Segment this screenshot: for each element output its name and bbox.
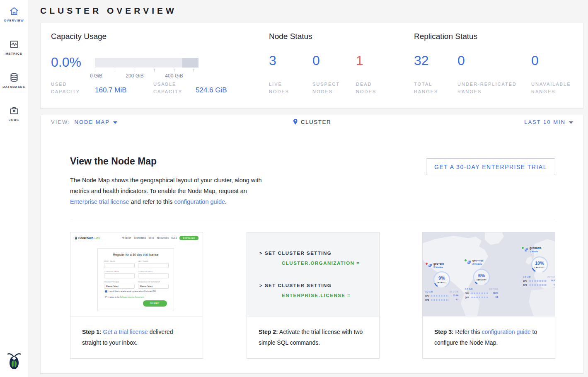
- enterprise-trial-license-link[interactable]: Enterprise trial license: [70, 198, 129, 205]
- sql-setting-line: ENTERPRISE.LICENSE =: [282, 293, 351, 298]
- locality-name: geo=sfo: [433, 262, 444, 265]
- time-range-selector[interactable]: LAST 10 MIN: [524, 119, 573, 125]
- capacity-percent: 6%: [472, 273, 491, 278]
- qps-bar: [471, 297, 489, 298]
- qps-meter: QPS4.7: [425, 299, 458, 302]
- step2-card: > SET CLUSTER SETTING CLUSTER.ORGANIZATI…: [247, 232, 380, 359]
- sql-prompt-line: > SET CLUSTER SETTING: [259, 251, 332, 256]
- registration-page-thumbnail: CockroachLABS PRODUCT CUSTOMERS DOCS RES…: [70, 232, 203, 316]
- promo-description: The Node Map shows the geographical layo…: [70, 175, 266, 207]
- capacity-usage-title: Capacity Usage: [51, 32, 106, 41]
- locality-ams: geo=ams 1 Node 10% CAPACITY 3.6 GiB36.4 …: [521, 247, 555, 254]
- used-capacity-label: USEDCAPACITY: [51, 80, 80, 95]
- cockroach-labs-logo: [0, 350, 28, 372]
- description-text: .: [225, 198, 227, 205]
- capacity-label: CAPACITY: [530, 266, 549, 268]
- project-phase-select: Please Select: [104, 284, 135, 289]
- sidebar-item-metrics[interactable]: METRICS: [0, 39, 28, 56]
- capacity-percent: 9%: [433, 276, 451, 280]
- locality-node-count: 2 Nodes: [433, 266, 443, 268]
- form-title: Register for a 30-day trial license: [98, 253, 174, 256]
- capacity-axis-ticks: [95, 69, 194, 72]
- capacity-values: 3.7 GiB65.7 GiB: [465, 288, 498, 290]
- capacity-label: CAPACITY: [472, 279, 491, 281]
- sidebar: OVERVIEW METRICS DATABASES JOBS: [0, 0, 28, 377]
- axis-tick-label: 200 GiB: [126, 73, 143, 79]
- status-dot-green-icon: [521, 247, 524, 249]
- step3-card: geo=sfo 2 Nodes 9% CAPACITY 3.2 GiB35.1 …: [422, 232, 555, 359]
- cpu-meter: CPU12.3%: [523, 280, 555, 283]
- description-text: and refer to this: [129, 198, 174, 205]
- trial-registration-form: Register for a 30-day trial license FIRS…: [97, 248, 174, 311]
- dead-nodes-label: DEADNODES: [356, 80, 376, 95]
- total-ranges-value: 32: [414, 53, 429, 68]
- promo-title: View the Node Map: [70, 156, 157, 167]
- sidebar-item-databases[interactable]: DATABASES: [0, 72, 28, 89]
- submit-button: SUBMIT: [143, 300, 167, 307]
- get-enterprise-trial-button[interactable]: GET A 30-DAY ENTERPRISE TRIAL: [426, 158, 555, 175]
- home-icon: [9, 6, 19, 17]
- map-pin-icon: [293, 118, 298, 125]
- cpu-bar: [529, 280, 547, 282]
- step1-label: Step 1:: [82, 329, 102, 335]
- node-map-promo-panel: View the Node Map The Node Map shows the…: [40, 128, 584, 374]
- field-label: FIRST NAME: [104, 260, 135, 262]
- cockroach-bug-icon: [6, 350, 22, 370]
- sidebar-item-jobs[interactable]: JOBS: [0, 105, 28, 122]
- sql-prompt-line: > SET CLUSTER SETTING: [259, 283, 332, 288]
- axis-tick-label: 0 GiB: [90, 73, 102, 79]
- total-ranges-label: TOTALRANGES: [414, 80, 438, 95]
- used-capacity-value: 160.7 MiB: [95, 86, 127, 94]
- view-label: VIEW:: [51, 119, 70, 125]
- step3-caption: Step 3: Refer this configuration guide t…: [423, 316, 555, 358]
- view-selector[interactable]: NODE MAP: [75, 119, 110, 125]
- nodes-stack-icon: [524, 247, 529, 252]
- capacity-values: 3.2 GiB35.1 GiB: [425, 290, 458, 293]
- node-status-title: Node Status: [269, 32, 312, 41]
- field-label: COMPANY EMAIL: [138, 271, 169, 273]
- capacity-gauge: 6% CAPACITY: [472, 268, 491, 286]
- description-text: The Node Map shows the geographical layo…: [70, 177, 262, 194]
- live-nodes-label: LIVENODES: [269, 80, 289, 95]
- configuration-guide-link[interactable]: configuration guide: [482, 329, 530, 335]
- cockroach-labs-wordmark: CockroachLABS: [75, 236, 100, 240]
- chevron-down-icon[interactable]: [113, 121, 117, 124]
- locality-nyc: geo=nyc 2 Nodes 6% CAPACITY 3.7 GiB65.7 …: [464, 259, 500, 266]
- sidebar-item-label: OVERVIEW: [0, 19, 28, 22]
- axis-tick-label: 400 GiB: [165, 73, 183, 79]
- configuration-guide-link[interactable]: configuration guide: [174, 198, 225, 205]
- nodes-stack-icon: [467, 260, 472, 264]
- site-nav-links: PRODUCT CUSTOMERS DOCS RESOURCES BLOG: [122, 237, 177, 239]
- capacity-gauge: 9% CAPACITY: [433, 271, 451, 289]
- unavailable-ranges-value: 0: [531, 53, 539, 68]
- email-updates-checkbox: I would like to receive email updates ab…: [105, 290, 156, 292]
- get-trial-license-link[interactable]: Get a trial license: [103, 329, 148, 335]
- sidebar-item-overview[interactable]: OVERVIEW: [0, 6, 28, 22]
- download-button: DOWNLOAD: [179, 236, 198, 240]
- locality-node-count: 2 Nodes: [472, 263, 482, 265]
- step2-caption: Step 2: Activate the trial license with …: [247, 316, 379, 358]
- sql-code-block: > SET CLUSTER SETTING CLUSTER.ORGANIZATI…: [247, 232, 379, 316]
- cpu-meter: CPU11.0%: [425, 295, 458, 297]
- dead-nodes-value: 1: [356, 53, 363, 68]
- cpu-bar: [471, 292, 489, 294]
- under-replicated-ranges-label: UNDER-REPLICATEDRANGES: [457, 80, 517, 95]
- field-label: PROJECT PHASE: [104, 281, 135, 283]
- under-replicated-ranges-value: 0: [457, 53, 465, 68]
- sidebar-item-label: DATABASES: [0, 85, 28, 89]
- company-name-input: [104, 273, 135, 278]
- status-dot-red-icon: [425, 262, 428, 265]
- locality-sfo: geo=sfo 2 Nodes 9% CAPACITY 3.2 GiB35.1 …: [425, 262, 461, 270]
- qps-meter: QPS8.8: [465, 296, 498, 299]
- step1-caption: Step 1: Get a trial license delivered st…: [70, 316, 203, 358]
- cluster-overview-page: OVERVIEW METRICS DATABASES JOBS: [0, 0, 588, 377]
- step2-label: Step 2:: [259, 329, 278, 335]
- sql-setting-line: CLUSTER.ORGANIZATION =: [282, 261, 360, 266]
- capacity-label: CAPACITY: [433, 281, 451, 283]
- cluster-summary-panel: Capacity Usage 0.0% 0 GiB 200 GiB 400 Gi…: [40, 23, 584, 109]
- suspect-nodes-label: SUSPECTNODES: [312, 80, 340, 95]
- field-label: LAST NAME: [138, 260, 169, 262]
- chevron-down-icon: [569, 121, 573, 124]
- node-map-preview: geo=sfo 2 Nodes 9% CAPACITY 3.2 GiB35.1 …: [423, 232, 555, 316]
- capacity-percent: 10%: [530, 261, 549, 266]
